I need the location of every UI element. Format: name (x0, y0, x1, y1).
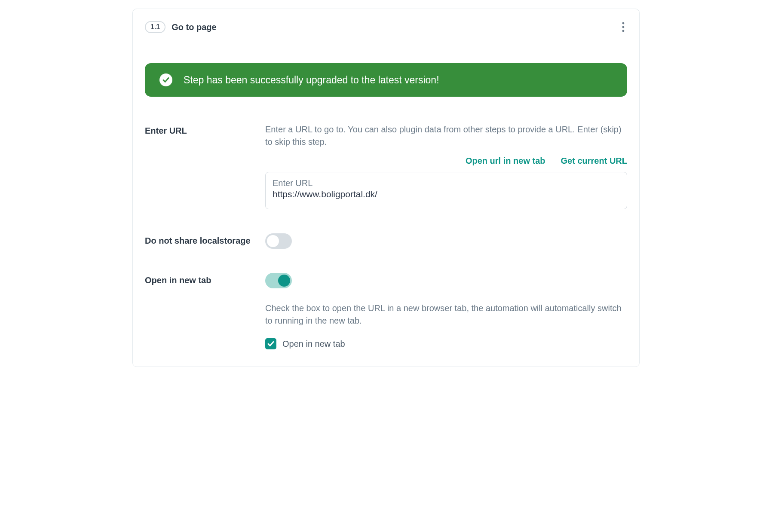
svg-point-1 (622, 26, 625, 28)
localstorage-label: Do not share localstorage (145, 233, 252, 247)
newtab-checkbox-row: Open in new tab (265, 338, 627, 349)
open-url-new-tab-link[interactable]: Open url in new tab (466, 156, 545, 166)
newtab-content: Check the box to open the URL in a new b… (265, 273, 627, 349)
check-circle-icon (159, 73, 172, 86)
localstorage-row: Do not share localstorage (145, 233, 627, 249)
card-header-left: 1.1 Go to page (145, 21, 217, 33)
url-input-floating-label: Enter URL (273, 178, 620, 188)
svg-point-2 (622, 30, 625, 32)
localstorage-toggle[interactable] (265, 233, 292, 249)
localstorage-content (265, 233, 627, 249)
newtab-toggle[interactable] (265, 273, 292, 288)
toggle-knob (278, 275, 290, 287)
url-input-container[interactable]: Enter URL (265, 172, 627, 209)
success-message: Step has been successfully upgraded to t… (184, 74, 439, 86)
step-number-badge: 1.1 (145, 21, 165, 33)
step-card: 1.1 Go to page Step has been successfull… (132, 9, 640, 367)
url-label: Enter URL (145, 123, 252, 137)
more-options-button[interactable] (619, 19, 627, 35)
url-help-text: Enter a URL to go to. You can also plugi… (265, 123, 627, 148)
success-banner: Step has been successfully upgraded to t… (145, 63, 627, 97)
card-header: 1.1 Go to page (145, 19, 627, 35)
newtab-checkbox[interactable] (265, 338, 276, 349)
newtab-label: Open in new tab (145, 273, 252, 287)
check-icon (267, 340, 275, 348)
step-title: Go to page (172, 22, 216, 32)
svg-point-0 (622, 22, 625, 24)
url-link-row: Open url in new tab Get current URL (265, 156, 627, 166)
newtab-help-text: Check the box to open the URL in a new b… (265, 302, 627, 327)
toggle-knob (267, 235, 279, 247)
newtab-checkbox-label: Open in new tab (282, 339, 345, 349)
url-content: Enter a URL to go to. You can also plugi… (265, 123, 627, 209)
url-input[interactable] (273, 189, 620, 199)
newtab-row: Open in new tab Check the box to open th… (145, 273, 627, 349)
get-current-url-link[interactable]: Get current URL (561, 156, 627, 166)
more-vertical-icon (622, 22, 625, 32)
url-row: Enter URL Enter a URL to go to. You can … (145, 123, 627, 209)
